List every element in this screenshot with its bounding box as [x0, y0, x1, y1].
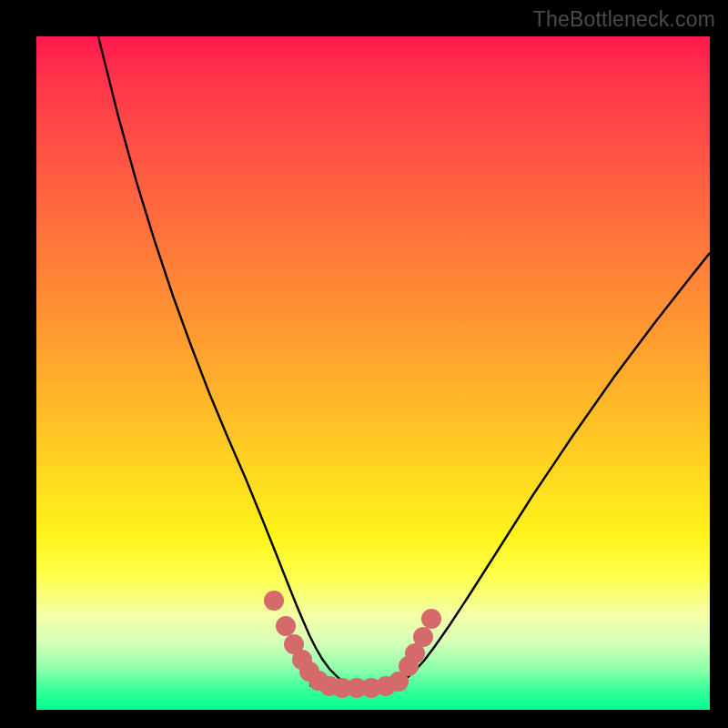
marker-dot [421, 609, 441, 629]
plot-area [36, 36, 710, 710]
chart-frame: TheBottleneck.com [0, 0, 728, 728]
marker-dot [276, 616, 296, 636]
marker-dot [413, 627, 433, 647]
curve-left-path [98, 36, 350, 685]
curve-group [98, 36, 710, 688]
watermark-text: TheBottleneck.com [533, 7, 715, 32]
chart-svg [36, 36, 710, 710]
marker-group [264, 591, 441, 698]
marker-dot [264, 591, 284, 611]
curve-right-path [396, 253, 710, 685]
